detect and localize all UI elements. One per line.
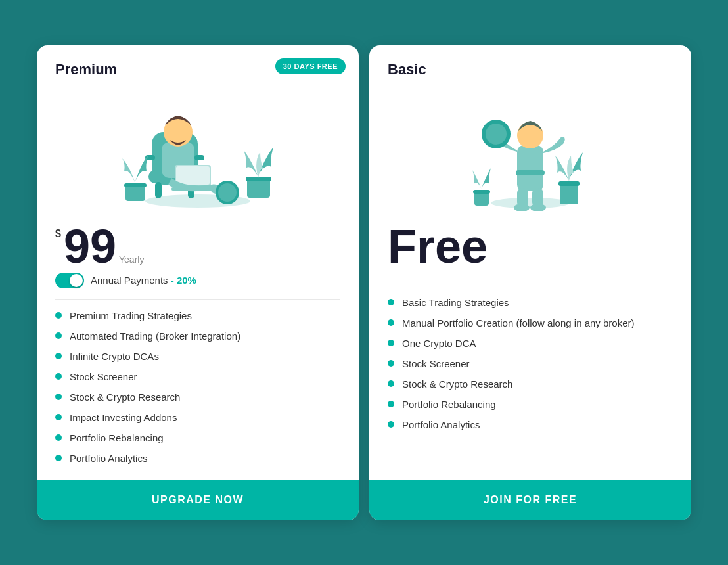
toggle-text: Annual Payments (91, 275, 168, 286)
feature-text: Impact Investing Addons (70, 412, 177, 423)
feature-text: Stock & Crypto Research (70, 392, 180, 403)
basic-card-content: Basic (369, 45, 691, 480)
feature-dot (388, 360, 394, 367)
annual-payments-toggle-row: Annual Payments - 20% (55, 273, 340, 288)
svg-rect-3 (155, 182, 162, 198)
feature-text: Stock Screener (402, 358, 470, 369)
toggle-discount: - 20% (171, 275, 196, 286)
svg-point-28 (486, 124, 507, 145)
list-item: Portfolio Analytics (388, 419, 673, 430)
toggle-knob (70, 274, 83, 287)
svg-rect-32 (473, 190, 490, 194)
basic-features-list: Basic Trading Strategies Manual Portfoli… (388, 297, 673, 464)
list-item: Portfolio Analytics (55, 453, 340, 464)
premium-price-period: Yearly (119, 254, 144, 265)
basic-illustration (458, 93, 603, 211)
feature-text: Manual Portfolio Creation (follow along … (402, 317, 635, 328)
feature-dot (55, 353, 62, 359)
premium-divider (55, 299, 340, 300)
premium-illustration (112, 93, 283, 211)
premium-price-number: 99 (64, 223, 116, 270)
annual-payments-label: Annual Payments - 20% (91, 275, 196, 286)
svg-rect-30 (558, 181, 580, 186)
feature-dot (388, 380, 394, 387)
feature-dot (388, 319, 394, 326)
list-item: Manual Portfolio Creation (follow along … (388, 317, 673, 328)
feature-dot (55, 414, 62, 420)
svg-point-18 (218, 183, 237, 202)
premium-price-area: $ 99 Yearly (55, 223, 340, 270)
feature-text: Portfolio Rebalancing (402, 399, 496, 410)
svg-point-19 (491, 198, 570, 208)
list-item: Portfolio Rebalancing (55, 432, 340, 443)
svg-rect-6 (194, 155, 204, 160)
list-item: Portfolio Rebalancing (388, 399, 673, 410)
basic-title: Basic (388, 61, 673, 78)
list-item: Stock & Crypto Research (388, 378, 673, 390)
feature-text: Stock Screener (70, 371, 137, 382)
list-item: Infinite Crypto DCAs (55, 351, 340, 362)
premium-features-list: Premium Trading Strategies Automated Tra… (55, 310, 340, 464)
svg-rect-10 (176, 166, 210, 185)
feature-text: Automated Trading (Broker Integration) (70, 330, 240, 342)
premium-badge: 30 DAYS FREE (275, 58, 346, 74)
feature-dot (388, 401, 394, 407)
basic-divider (388, 286, 673, 286)
premium-illustration-area (55, 86, 340, 217)
basic-illustration-area (388, 86, 673, 217)
feature-dot (388, 299, 394, 305)
feature-dot (55, 394, 62, 400)
feature-text: Basic Trading Strategies (402, 297, 509, 308)
feature-text: Portfolio Rebalancing (70, 432, 164, 443)
svg-rect-16 (246, 177, 271, 181)
basic-card: Basic (369, 45, 691, 520)
premium-card-content: Premium 30 DAYS FREE (37, 45, 359, 480)
list-item: Impact Investing Addons (55, 412, 340, 423)
list-item: Stock & Crypto Research (55, 392, 340, 403)
join-for-free-button[interactable]: JOIN FOR FREE (369, 480, 691, 520)
feature-dot (55, 373, 62, 380)
upgrade-now-button[interactable]: UPGRADE NOW (37, 480, 359, 520)
feature-text: Premium Trading Strategies (70, 310, 192, 321)
premium-card: Premium 30 DAYS FREE (37, 45, 359, 520)
feature-dot (55, 332, 62, 339)
basic-price: Free (388, 223, 673, 270)
list-item: Stock Screener (55, 371, 340, 382)
feature-dot (55, 434, 62, 441)
svg-rect-20 (517, 145, 543, 191)
premium-price-symbol: $ (55, 228, 61, 240)
list-item: One Crypto DCA (388, 338, 673, 349)
feature-text: Portfolio Analytics (402, 419, 480, 430)
list-item: Premium Trading Strategies (55, 310, 340, 321)
list-item: Basic Trading Strategies (388, 297, 673, 308)
feature-dot (55, 455, 62, 461)
svg-rect-29 (560, 183, 578, 204)
annual-payments-toggle[interactable] (55, 273, 84, 288)
list-item: Stock Screener (388, 358, 673, 369)
list-item: Automated Trading (Broker Integration) (55, 330, 340, 342)
svg-rect-14 (124, 183, 147, 187)
feature-text: Infinite Crypto DCAs (70, 351, 159, 362)
feature-text: One Crypto DCA (402, 338, 476, 349)
svg-rect-22 (516, 170, 545, 175)
feature-dot (388, 340, 394, 346)
feature-text: Portfolio Analytics (70, 453, 147, 464)
pricing-cards-container: Premium 30 DAYS FREE (0, 32, 728, 533)
feature-dot (388, 421, 394, 428)
feature-text: Stock & Crypto Research (402, 378, 512, 390)
feature-dot (55, 312, 62, 319)
